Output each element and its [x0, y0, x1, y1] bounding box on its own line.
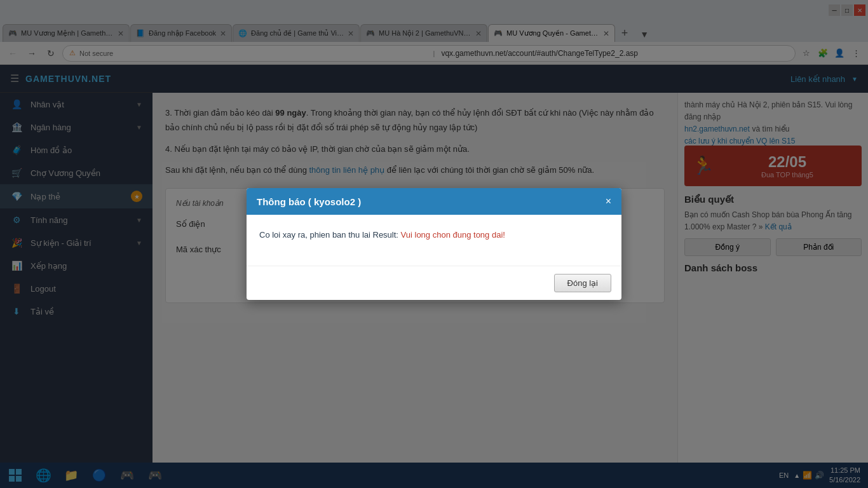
modal-header: Thông báo ( kyosolo2 ) × [247, 188, 621, 215]
modal-overlay: Thông báo ( kyosolo2 ) × Co loi xay ra, … [0, 0, 868, 488]
browser-window: ─ □ ✕ 🎮 MU Vương Mệnh | GamethuV... ✕ 📘 … [0, 0, 868, 488]
modal-body: Co loi xay ra, phien ban thu lai Result:… [247, 215, 621, 266]
modal-close-button[interactable]: × [606, 196, 611, 207]
modal-footer: Đóng lại [247, 266, 621, 300]
modal-title: Thông báo ( kyosolo2 ) [257, 196, 361, 207]
modal-message-text: Co loi xay ra, phien ban thu lai Result:… [259, 230, 609, 240]
modal-dialog: Thông báo ( kyosolo2 ) × Co loi xay ra, … [247, 188, 621, 300]
modal-error-detail: Vui long chon đung tong dai! [401, 230, 505, 240]
modal-close-btn[interactable]: Đóng lại [554, 274, 611, 292]
